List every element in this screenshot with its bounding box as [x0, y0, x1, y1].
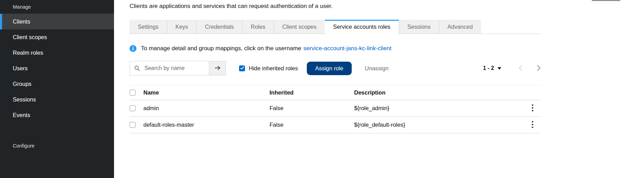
client-detail-content: Clients are applications and services th… — [130, 2, 541, 133]
main-content: Clients are applications and services th… — [114, 0, 644, 178]
role-name: default-roles-master — [143, 122, 269, 128]
info-banner: To manage detail and group mappings, cli… — [130, 45, 541, 52]
check-icon — [240, 65, 244, 71]
roles-toolbar: Hide inherited roles Assign role Unassig… — [130, 61, 541, 75]
sidebar-item-sessions[interactable]: Sessions — [0, 92, 114, 107]
arrow-right-icon — [215, 65, 221, 71]
hide-inherited-group: Hide inherited roles — [239, 65, 298, 72]
search-group — [130, 61, 226, 75]
info-text: To manage detail and group mappings, cli… — [141, 45, 301, 52]
tab-service-accounts-roles[interactable]: Service accounts roles — [325, 20, 399, 34]
role-description: ${role_admin} — [354, 105, 524, 112]
tab-settings[interactable]: Settings — [130, 20, 167, 34]
service-account-link[interactable]: service-account-jans-kc-link-client — [303, 45, 391, 52]
caret-down-icon[interactable] — [498, 67, 501, 70]
tab-advanced[interactable]: Advanced — [439, 20, 481, 34]
row-checkbox[interactable] — [130, 122, 135, 128]
sidebar-nav: Clients Client scopes Realm roles Users … — [0, 14, 114, 123]
search-submit-button[interactable] — [209, 61, 226, 75]
tab-sessions[interactable]: Sessions — [399, 20, 439, 34]
hide-inherited-checkbox[interactable] — [239, 65, 245, 71]
truncated-header-divider — [592, 0, 620, 1]
sidebar-item-events[interactable]: Events — [0, 107, 114, 123]
chevron-left-icon — [519, 65, 522, 72]
search-input[interactable] — [130, 61, 209, 75]
sidebar: Manage Clients Client scopes Realm roles… — [0, 0, 114, 178]
table-row-default-roles-master: default-roles-master False ${role_defaul… — [130, 117, 541, 133]
search-icon — [134, 65, 140, 71]
role-name: admin — [143, 105, 269, 112]
unassign-button[interactable]: Unassign — [365, 65, 389, 72]
row-actions-button[interactable] — [528, 103, 537, 114]
kebab-menu-icon — [532, 121, 533, 129]
tab-credentials[interactable]: Credentials — [196, 20, 242, 34]
sidebar-item-client-scopes[interactable]: Client scopes — [0, 29, 114, 45]
role-inherited: False — [269, 122, 354, 128]
sidebar-item-groups[interactable]: Groups — [0, 76, 114, 92]
chevron-right-icon — [537, 65, 541, 72]
table-row-admin: admin False ${role_admin} — [130, 100, 541, 117]
select-all-checkbox[interactable] — [130, 90, 135, 96]
pagination: 1 - 2 — [483, 65, 541, 72]
info-circle-icon — [130, 45, 136, 52]
sidebar-item-clients[interactable]: Clients — [0, 14, 114, 29]
roles-table: Name Inherited Description admin False $… — [130, 85, 541, 133]
tab-keys[interactable]: Keys — [167, 20, 197, 34]
role-description: ${role_default-roles} — [354, 122, 524, 128]
row-actions-button[interactable] — [528, 119, 537, 131]
assign-role-button[interactable]: Assign role — [307, 62, 352, 75]
column-header-description: Description — [354, 89, 524, 96]
role-inherited: False — [269, 105, 354, 112]
row-checkbox[interactable] — [130, 105, 135, 111]
sidebar-item-realm-roles[interactable]: Realm roles — [0, 45, 114, 61]
hide-inherited-label[interactable]: Hide inherited roles — [249, 65, 298, 72]
sidebar-section-configure: Configure — [0, 139, 114, 152]
kebab-menu-icon — [532, 104, 533, 113]
column-header-inherited: Inherited — [269, 89, 354, 96]
pagination-prev-button[interactable] — [519, 65, 522, 72]
clients-description: Clients are applications and services th… — [130, 2, 541, 10]
pagination-range: 1 - 2 — [483, 65, 494, 71]
pagination-next-button[interactable] — [537, 65, 541, 72]
sidebar-section-manage: Manage — [0, 0, 114, 14]
column-header-name: Name — [143, 89, 269, 96]
tab-client-scopes[interactable]: Client scopes — [274, 20, 325, 34]
table-header-row: Name Inherited Description — [130, 86, 541, 100]
sidebar-item-users[interactable]: Users — [0, 61, 114, 76]
client-tabs: Settings Keys Credentials Roles Client s… — [130, 20, 541, 34]
tab-roles[interactable]: Roles — [242, 20, 274, 34]
